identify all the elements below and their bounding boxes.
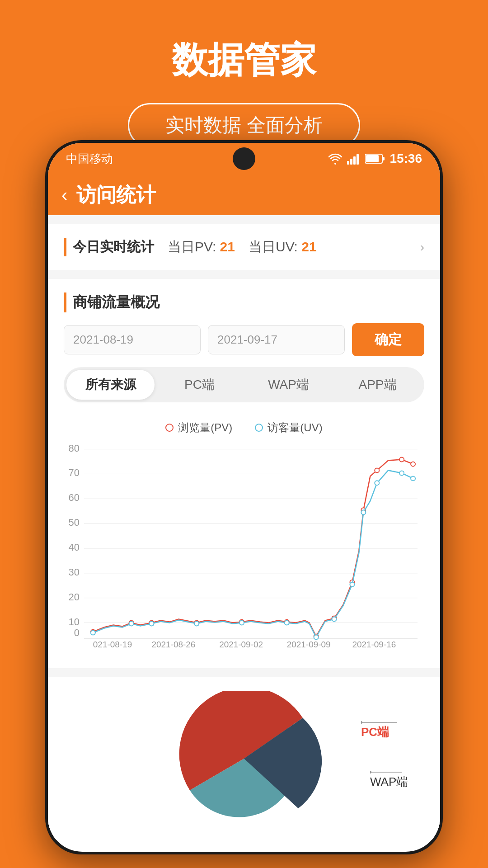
svg-point-42	[411, 462, 415, 466]
svg-text:10: 10	[69, 616, 80, 627]
camera-notch	[233, 147, 255, 170]
content-area: 今日实时统计 当日PV: 21 当日UV: 21 › 商铺流量	[48, 215, 440, 840]
status-icons: 15:36	[328, 151, 422, 166]
svg-text:50: 50	[69, 517, 80, 528]
pv-stat: 当日PV: 21	[168, 238, 235, 256]
tab-all-source[interactable]: 所有来源	[66, 370, 155, 400]
date-start-input[interactable]: 2021-08-19	[64, 325, 201, 354]
today-stats-card: 今日实时统计 当日PV: 21 当日UV: 21 ›	[48, 224, 440, 270]
svg-point-50	[332, 617, 337, 622]
svg-text:0: 0	[74, 627, 80, 639]
pc-label-area: PC端	[361, 713, 415, 740]
pie-chart-svg	[154, 691, 334, 826]
svg-point-52	[361, 510, 366, 514]
date-range-row: 2021-08-19 2021-09-17 确定	[64, 323, 424, 356]
svg-point-54	[399, 471, 404, 475]
chart-area: 浏览量(PV) 访客量(UV) 80	[64, 416, 424, 655]
svg-text:60: 60	[69, 492, 80, 503]
svg-rect-2	[353, 156, 356, 165]
svg-point-51	[350, 582, 354, 587]
svg-point-59	[370, 771, 371, 774]
uv-label: 当日UV:	[249, 239, 298, 254]
date-end-input[interactable]: 2021-09-17	[208, 325, 345, 354]
traffic-card: 商铺流量概况 2021-08-19 2021-09-17 确定 所有来源 PC端…	[48, 279, 440, 668]
svg-point-53	[375, 481, 379, 485]
tab-wap[interactable]: WAP端	[244, 370, 333, 400]
chart-container: 80 70 60 50 40 30 20 10 0	[64, 442, 424, 650]
line-chart-svg: 80 70 60 50 40 30 20 10 0	[64, 442, 424, 650]
phone-inner: 中国移动	[48, 143, 440, 852]
svg-text:2021-09-16: 2021-09-16	[352, 640, 396, 649]
svg-point-57	[361, 721, 362, 724]
page-bg: 数据管家 实时数据 全面分析 中国移动	[0, 0, 488, 868]
svg-rect-6	[383, 157, 385, 160]
svg-rect-1	[350, 159, 352, 165]
wifi-icon	[328, 153, 343, 165]
traffic-title: 商铺流量概况	[64, 292, 424, 312]
svg-point-45	[150, 622, 154, 626]
status-bar: 中国移动	[48, 143, 440, 175]
svg-rect-3	[357, 154, 359, 165]
svg-point-55	[411, 476, 415, 481]
svg-rect-5	[366, 155, 379, 162]
legend-pv: 浏览量(PV)	[165, 420, 232, 435]
svg-text:40: 40	[69, 542, 80, 553]
svg-rect-0	[347, 161, 349, 165]
svg-point-46	[194, 622, 199, 626]
uv-stat: 当日UV: 21	[249, 238, 317, 256]
page-title: 数据管家	[0, 36, 488, 85]
svg-point-40	[375, 468, 379, 472]
pie-chart-container: PC端 WAP端	[64, 691, 424, 826]
svg-text:2021-09-02: 2021-09-02	[219, 640, 263, 649]
tab-pc[interactable]: PC端	[155, 370, 244, 400]
svg-text:2021-09-09: 2021-09-09	[287, 640, 331, 649]
carrier-text: 中国移动	[66, 151, 113, 167]
svg-point-49	[314, 635, 319, 640]
legend-uv-label: 访客量(UV)	[267, 420, 322, 435]
source-tabs: 所有来源 PC端 WAP端 APP端	[64, 367, 424, 402]
status-time: 15:36	[389, 151, 422, 166]
wap-label-area: WAP端	[370, 763, 415, 790]
svg-point-47	[239, 621, 244, 625]
svg-text:2021-08-26: 2021-08-26	[152, 640, 196, 649]
svg-text:30: 30	[69, 566, 80, 578]
battery-icon	[365, 153, 385, 164]
pv-legend-dot	[165, 424, 174, 432]
svg-text:021-08-19: 021-08-19	[93, 640, 132, 649]
svg-point-41	[399, 457, 404, 462]
svg-point-44	[129, 622, 134, 626]
today-stats-row: 今日实时统计 当日PV: 21 当日UV: 21 ›	[64, 238, 424, 256]
date-confirm-button[interactable]: 确定	[352, 323, 424, 356]
uv-value: 21	[301, 239, 316, 254]
chart-legend: 浏览量(PV) 访客量(UV)	[64, 420, 424, 435]
back-button[interactable]: ‹	[61, 185, 67, 205]
svg-text:20: 20	[69, 591, 80, 603]
svg-text:80: 80	[69, 443, 80, 454]
tab-app[interactable]: APP端	[333, 370, 422, 400]
signal-icon	[347, 153, 361, 165]
svg-point-48	[285, 621, 289, 625]
phone-frame: 中国移动	[45, 140, 443, 854]
nav-title: 访问统计	[76, 182, 156, 208]
today-label: 今日实时统计	[64, 238, 154, 256]
pv-label: 当日PV:	[168, 239, 216, 254]
pv-value: 21	[220, 239, 235, 254]
legend-uv: 访客量(UV)	[255, 420, 322, 435]
svg-text:70: 70	[69, 467, 80, 478]
svg-point-43	[91, 631, 95, 635]
legend-pv-label: 浏览量(PV)	[178, 420, 232, 435]
nav-bar: ‹ 访问统计	[48, 175, 440, 215]
uv-legend-dot	[255, 424, 263, 432]
pie-chart-section: PC端 WAP端	[48, 677, 440, 840]
stats-arrow[interactable]: ›	[420, 240, 424, 255]
